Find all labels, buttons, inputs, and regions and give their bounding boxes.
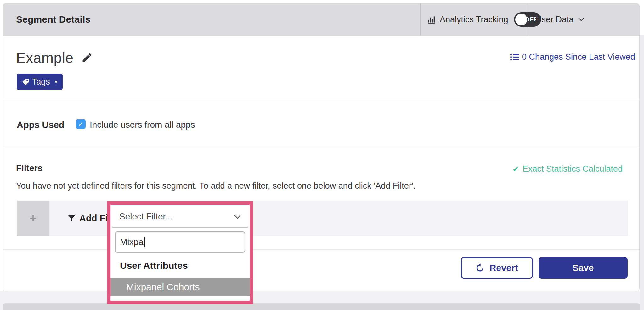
revert-button[interactable]: Revert [461, 257, 533, 279]
exact-statistics-status: ✔ Exact Statistics Calculated [512, 164, 623, 174]
filters-helper-text: You have not yet defined filters for thi… [16, 181, 416, 191]
section-divider [3, 249, 639, 250]
page-title: Segment Details [16, 3, 90, 36]
annotation-highlight-box: Select Filter... Mixpa User Attributes M… [107, 201, 253, 304]
revert-button-label: Revert [489, 263, 518, 273]
caret-down-icon: ▾ [55, 79, 58, 85]
include-all-apps-checkbox[interactable]: ✓ [76, 119, 86, 129]
tag-icon [22, 78, 29, 86]
filters-heading: Filters [16, 163, 42, 173]
changes-since-last-viewed-link[interactable]: 0 Changes Since Last Viewed [510, 52, 635, 62]
section-divider [3, 100, 639, 100]
save-button[interactable]: Save [539, 257, 628, 279]
select-filter-dropdown[interactable]: Select Filter... [112, 206, 248, 228]
exact-statistics-label: Exact Statistics Calculated [523, 164, 623, 174]
chevron-down-icon [234, 215, 241, 219]
revert-undo-icon [476, 263, 485, 273]
analytics-tracking-label: Analytics Tracking [440, 15, 508, 25]
save-button-label: Save [573, 263, 594, 273]
tags-button-label: Tags [32, 77, 50, 87]
dropdown-group-header: User Attributes [120, 260, 250, 271]
select-filter-value: Select Filter... [119, 212, 173, 222]
header-divider [420, 3, 421, 36]
check-icon: ✓ [78, 120, 84, 128]
include-all-apps-label: Include users from all apps [90, 120, 195, 130]
section-divider [3, 147, 639, 147]
user-data-label: User Data [535, 15, 574, 25]
card-header-bar: Segment Details Analytics Tracking OFF U… [3, 3, 639, 36]
edit-pencil-icon[interactable] [81, 52, 93, 64]
bar-chart-icon [427, 15, 436, 24]
dropdown-option-mixpanel-cohorts[interactable]: Mixpanel Cohorts [110, 278, 250, 296]
plus-icon: + [30, 212, 37, 225]
changes-link-label: 0 Changes Since Last Viewed [522, 52, 635, 62]
success-check-icon: ✔ [512, 164, 519, 174]
dropdown-option-label: Mixpanel Cohorts [126, 282, 200, 292]
text-cursor [144, 237, 145, 247]
segment-details-card: Segment Details Analytics Tracking OFF U… [3, 3, 640, 291]
analytics-tracking-control: Analytics Tracking OFF [427, 3, 541, 36]
add-filter-plus-button[interactable]: + [17, 201, 49, 236]
filter-funnel-icon [68, 214, 76, 222]
changes-list-icon [510, 53, 519, 61]
user-data-dropdown[interactable]: User Data [535, 3, 584, 36]
chevron-down-icon [578, 18, 584, 21]
segment-name: Example [16, 49, 73, 66]
next-section-bar [3, 303, 640, 310]
scrollbar-track[interactable] [640, 35, 644, 310]
filter-search-value: Mixpa [120, 237, 144, 247]
filter-search-input[interactable]: Mixpa [115, 231, 245, 253]
tags-button[interactable]: Tags ▾ [17, 74, 63, 90]
apps-used-label: Apps Used [17, 120, 64, 130]
